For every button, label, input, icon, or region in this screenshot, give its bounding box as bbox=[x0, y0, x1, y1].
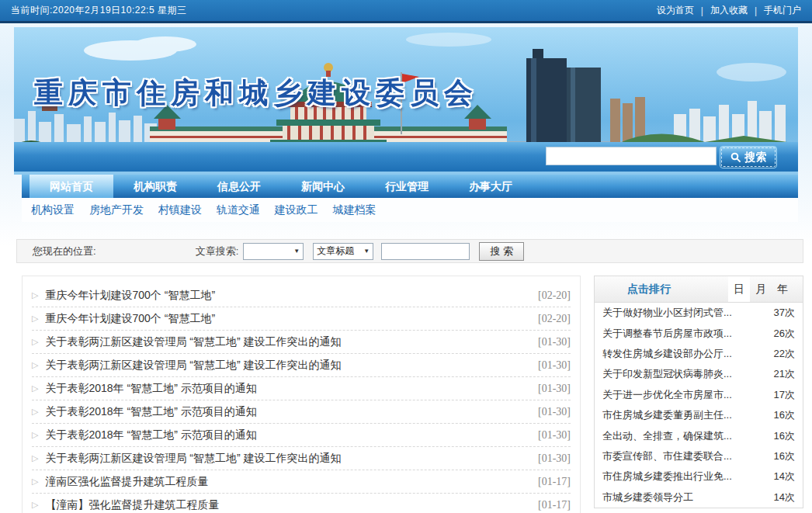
article-title-link[interactable]: 【潼南】强化监督提升建筑工程质量 bbox=[45, 498, 219, 512]
bullet-arrow-icon: ▷ bbox=[32, 314, 38, 324]
bullet-arrow-icon: ▷ bbox=[32, 477, 38, 487]
article-row[interactable]: ▷ 【潼南】强化监督提升建筑工程质量 [01-17] bbox=[32, 494, 571, 513]
article-title-link[interactable]: 关于表彰2018年 “智慧工地” 示范项目的通知 bbox=[45, 382, 256, 396]
nav-item-service-hall[interactable]: 办事大厅 bbox=[449, 175, 533, 198]
ranking-item-title[interactable]: 全出动、全排查，确保建筑... bbox=[602, 429, 732, 443]
ranking-tab-year[interactable]: 年 bbox=[772, 276, 793, 302]
article-title-link[interactable]: 关于表彰两江新区建设管理局 “智慧工地” 建设工作突出的通知 bbox=[45, 452, 341, 466]
ranking-item-count: 21次 bbox=[774, 367, 795, 381]
ranking-item-title[interactable]: 转发住房城乡建设部办公厅... bbox=[602, 347, 732, 361]
article-title-link[interactable]: 重庆今年计划建设700个 “智慧工地” bbox=[45, 312, 215, 326]
nav-item-home[interactable]: 网站首页 bbox=[29, 175, 113, 198]
ranking-row[interactable]: 关于做好物业小区封闭式管... 37次 bbox=[595, 303, 803, 323]
article-date: [02-20] bbox=[538, 313, 571, 325]
article-title-link[interactable]: 关于表彰两江新区建设管理局 “智慧工地” 建设工作突出的通知 bbox=[45, 335, 341, 349]
sub-nav: 机构设置 房地产开发 村镇建设 轨道交通 建设政工 城建档案 bbox=[22, 198, 798, 222]
article-title-link[interactable]: 重庆今年计划建设700个 “智慧工地” bbox=[45, 289, 215, 303]
article-row[interactable]: ▷ 关于表彰2018年 “智慧工地” 示范项目的通知 [01-30] bbox=[32, 400, 571, 424]
article-date: [01-30] bbox=[538, 452, 571, 465]
ranking-item-title[interactable]: 关于印发新型冠状病毒肺炎... bbox=[602, 367, 732, 381]
ranking-item-title[interactable]: 市委宣传部、市住建委联合... bbox=[602, 449, 732, 463]
ranking-item-count: 22次 bbox=[774, 347, 795, 361]
article-row[interactable]: ▷ 关于表彰两江新区建设管理局 “智慧工地” 建设工作突出的通知 [01-30] bbox=[32, 447, 571, 470]
bullet-arrow-icon: ▷ bbox=[32, 290, 38, 300]
article-date: [01-17] bbox=[538, 499, 571, 511]
toolbar-search-button[interactable]: 搜 索 bbox=[479, 242, 524, 261]
dropdown-caret-icon: ▼ bbox=[360, 248, 373, 255]
banner-search-input[interactable] bbox=[546, 147, 717, 165]
ranking-item-title[interactable]: 关于调整春节后房屋市政项... bbox=[602, 327, 732, 341]
ranking-item-title[interactable]: 关于进一步优化全市房屋市... bbox=[602, 388, 732, 402]
subnav-item-urban-archives[interactable]: 城建档案 bbox=[332, 203, 376, 216]
article-row[interactable]: ▷ 重庆今年计划建设700个 “智慧工地” [02-20] bbox=[32, 284, 571, 307]
article-row[interactable]: ▷ 潼南区强化监督提升建筑工程质量 [01-17] bbox=[32, 470, 571, 494]
article-row[interactable]: ▷ 关于表彰2018年 “智慧工地” 示范项目的通知 [01-30] bbox=[32, 377, 571, 400]
article-date: [01-30] bbox=[538, 359, 571, 372]
ranking-title: 点击排行 bbox=[627, 282, 671, 296]
top-utility-bar: 当前时间:2020年2月19日10:22:5 星期三 设为首页 | 加入收藏 |… bbox=[0, 0, 812, 23]
article-search-toolbar: 您现在的位置: 文章搜索: ▼ 文章标题 ▼ 搜 索 bbox=[16, 239, 803, 263]
article-row[interactable]: ▷ 重庆今年计划建设700个 “智慧工地” [02-20] bbox=[32, 307, 571, 331]
ranking-row[interactable]: 转发住房城乡建设部办公厅... 22次 bbox=[595, 344, 803, 364]
ranking-tab-day[interactable]: 日 bbox=[728, 276, 750, 302]
subnav-item-real-estate[interactable]: 房地产开发 bbox=[89, 203, 144, 216]
ranking-row[interactable]: 市城乡建委领导分工 14次 bbox=[595, 487, 803, 508]
subnav-item-rail-transit[interactable]: 轨道交通 bbox=[217, 203, 260, 216]
topbar-separator: | bbox=[755, 5, 757, 16]
ranking-row[interactable]: 关于调整春节后房屋市政项... 26次 bbox=[595, 323, 803, 343]
category-select[interactable]: ▼ bbox=[243, 243, 304, 260]
field-select[interactable]: 文章标题 ▼ bbox=[313, 243, 373, 260]
main-nav: 网站首页 机构职责 信息公开 新闻中心 行业管理 办事大厅 bbox=[22, 175, 798, 198]
set-homepage-link[interactable]: 设为首页 bbox=[657, 4, 694, 17]
article-title-link[interactable]: 潼南区强化监督提升建筑工程质量 bbox=[45, 475, 208, 489]
ranking-row[interactable]: 市住房城乡建委董勇副主任... 16次 bbox=[595, 405, 803, 425]
nav-item-info-disclosure[interactable]: 信息公开 bbox=[197, 175, 281, 198]
banner-search-button[interactable]: 搜索 bbox=[720, 146, 777, 168]
banner-search-strip: 搜索 bbox=[14, 142, 798, 172]
article-date: [01-30] bbox=[538, 336, 571, 348]
ranking-row[interactable]: 市住房城乡建委推出行业免... 14次 bbox=[595, 466, 803, 487]
article-row[interactable]: ▷ 关于表彰两江新区建设管理局 “智慧工地” 建设工作突出的通知 [01-30] bbox=[32, 354, 571, 377]
subnav-item-construction-politics[interactable]: 建设政工 bbox=[275, 203, 318, 216]
ranking-tabs: 日 月 年 bbox=[728, 276, 793, 302]
article-row[interactable]: ▷ 关于表彰两江新区建设管理局 “智慧工地” 建设工作突出的通知 [01-30] bbox=[32, 331, 571, 354]
article-title-link[interactable]: 关于表彰2018年 “智慧工地” 示范项目的通知 bbox=[45, 405, 256, 419]
article-date: [01-17] bbox=[538, 476, 571, 488]
article-list: ▷ 重庆今年计划建设700个 “智慧工地” [02-20] ▷ 重庆今年计划建设… bbox=[22, 276, 581, 513]
ranking-item-count: 26次 bbox=[774, 327, 795, 341]
breadcrumb-label: 您现在的位置: bbox=[33, 244, 96, 258]
ranking-row[interactable]: 市委宣传部、市住建委联合... 16次 bbox=[595, 446, 803, 466]
subnav-item-village-construction[interactable]: 村镇建设 bbox=[158, 203, 202, 216]
article-title-link[interactable]: 关于表彰两江新区建设管理局 “智慧工地” 建设工作突出的通知 bbox=[45, 359, 341, 373]
nav-item-news-center[interactable]: 新闻中心 bbox=[281, 175, 365, 198]
article-row[interactable]: ▷ 关于表彰2018年 “智慧工地” 示范项目的通知 [01-30] bbox=[32, 424, 571, 447]
ranking-item-count: 14次 bbox=[774, 490, 795, 504]
current-time-label: 当前时间:2020年2月19日10:22:5 星期三 bbox=[11, 4, 186, 17]
ranking-item-count: 17次 bbox=[774, 388, 795, 402]
add-favorite-link[interactable]: 加入收藏 bbox=[710, 4, 748, 17]
ranking-item-title[interactable]: 市住房城乡建委董勇副主任... bbox=[602, 408, 732, 422]
ranking-item-title[interactable]: 市住房城乡建委推出行业免... bbox=[602, 470, 732, 484]
click-ranking-panel: 点击排行 日 月 年 关于做好物业小区封闭式管... 37次 关于调整春节后房屋… bbox=[594, 276, 803, 508]
main-content: ▷ 重庆今年计划建设700个 “智慧工地” [02-20] ▷ 重庆今年计划建设… bbox=[22, 276, 803, 513]
ranking-row[interactable]: 关于印发新型冠状病毒肺炎... 21次 bbox=[595, 364, 803, 384]
ranking-item-count: 16次 bbox=[774, 449, 795, 463]
ranking-header: 点击排行 日 月 年 bbox=[595, 276, 803, 303]
ranking-item-title[interactable]: 关于做好物业小区封闭式管... bbox=[602, 306, 732, 320]
ranking-row[interactable]: 全出动、全排查，确保建筑... 16次 bbox=[595, 425, 803, 445]
ranking-tab-month[interactable]: 月 bbox=[750, 276, 772, 302]
mobile-portal-link[interactable]: 手机门户 bbox=[764, 4, 801, 17]
ranking-row[interactable]: 关于进一步优化全市房屋市... 17次 bbox=[595, 385, 803, 405]
nav-item-duties[interactable]: 机构职责 bbox=[113, 175, 197, 198]
nav-item-industry-management[interactable]: 行业管理 bbox=[365, 175, 449, 198]
ranking-item-count: 16次 bbox=[774, 429, 795, 443]
bullet-arrow-icon: ▷ bbox=[32, 500, 38, 510]
keyword-input[interactable] bbox=[381, 243, 470, 260]
ranking-item-count: 37次 bbox=[774, 306, 795, 320]
bullet-arrow-icon: ▷ bbox=[32, 453, 38, 463]
article-title-link[interactable]: 关于表彰2018年 “智慧工地” 示范项目的通知 bbox=[45, 428, 256, 442]
subnav-item-organization[interactable]: 机构设置 bbox=[31, 203, 75, 216]
site-title: 重庆市住房和城乡建设委员会 bbox=[34, 74, 478, 113]
bullet-arrow-icon: ▷ bbox=[32, 407, 38, 417]
ranking-item-title[interactable]: 市城乡建委领导分工 bbox=[602, 490, 693, 504]
